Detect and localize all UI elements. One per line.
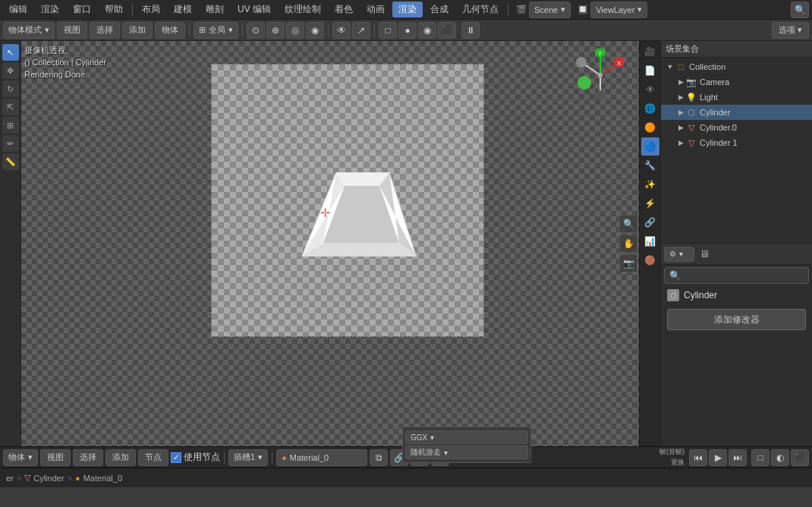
menu-help[interactable]: 帮助	[99, 2, 129, 17]
menu-uv[interactable]: UV 编辑	[231, 2, 277, 17]
select-tool[interactable]: ↖	[2, 44, 19, 61]
scale-tool[interactable]: ⇱	[2, 99, 19, 115]
material-copy-btn[interactable]: ⧉	[370, 449, 388, 466]
search-btn[interactable]: 🔍	[791, 2, 809, 18]
scene-icon: 🎬	[516, 5, 527, 14]
use-nodes-label: 使用节点	[184, 451, 220, 464]
scene-props-icon[interactable]: 🌐	[641, 99, 659, 118]
object-menu[interactable]: 物体	[155, 22, 185, 39]
menu-animation[interactable]: 动画	[360, 2, 391, 17]
tree-item-camera[interactable]: ▶ 📷 Camera	[661, 74, 812, 90]
menu-compositing[interactable]: 合成	[424, 2, 455, 17]
menu-edit[interactable]: 编辑	[3, 2, 33, 17]
light-icon: 💡	[685, 91, 697, 103]
rendered-btn[interactable]: ⬛	[438, 22, 456, 39]
measure-tool[interactable]: 📏	[2, 153, 19, 170]
bottom-view-menu[interactable]: 视图	[40, 449, 71, 466]
shading-btn1[interactable]: □	[751, 449, 770, 466]
random-walk-dropdown[interactable]: 随机游走 ▾	[405, 446, 528, 459]
wireframe-btn[interactable]: □	[379, 22, 397, 39]
props-render-icon[interactable]: 🖥	[696, 246, 713, 263]
tree-item-cylinder0[interactable]: ▶ ▽ Cylinder.0	[661, 120, 812, 135]
tree-item-cylinder1[interactable]: ▶ ▽ Cylinder 1	[661, 135, 812, 150]
world-props-icon[interactable]: 🟠	[641, 118, 659, 137]
snap-btn[interactable]: ⊕	[266, 22, 285, 39]
menu-window[interactable]: 窗口	[67, 2, 97, 17]
physics-props-icon[interactable]: ⚡	[641, 194, 659, 213]
menu-rendering[interactable]: 渲染	[392, 2, 423, 17]
menu-layout[interactable]: 布局	[136, 2, 166, 17]
play-btn[interactable]: ▶	[709, 449, 727, 466]
add-modifier-btn[interactable]: 添加修改器	[667, 309, 806, 330]
rotate-tool[interactable]: ↻	[2, 80, 19, 97]
svg-point-9	[595, 90, 606, 101]
use-nodes-toggle[interactable]: ✓ 使用节点	[171, 451, 220, 464]
constraints-props-icon[interactable]: 🔗	[641, 213, 659, 231]
use-nodes-checkbox[interactable]: ✓	[171, 452, 181, 463]
props-mode-dropdown[interactable]: ⚙ ▾	[664, 247, 694, 262]
tree-item-collection[interactable]: ▼ □ Collection	[661, 59, 812, 74]
viewlayer-selector[interactable]: ViewLayer ▾	[590, 2, 647, 18]
add-menu[interactable]: 添加	[122, 22, 153, 39]
bottom-node-menu[interactable]: 节点	[138, 449, 168, 466]
menu-texture[interactable]: 纹理绘制	[279, 2, 327, 17]
menu-render[interactable]: 渲染	[35, 2, 65, 17]
material-props-icon[interactable]: 🟤	[641, 251, 659, 269]
next-frame-btn[interactable]: ⏭	[729, 449, 747, 466]
view-menu[interactable]: 视图	[57, 22, 87, 39]
prev-frame-btn[interactable]: ⏮	[689, 449, 707, 466]
pivot-btn[interactable]: ⊙	[247, 22, 265, 39]
transform-dropdown[interactable]: ⊞ 全局 ▾	[194, 22, 238, 39]
menu-shading[interactable]: 着色	[329, 2, 359, 17]
camera-view-btn[interactable]: 📷	[619, 254, 637, 272]
collection-label: Collection	[689, 62, 725, 71]
menu-geonodes[interactable]: 几何节点	[456, 2, 505, 17]
proportional-btn[interactable]: ◎	[286, 22, 304, 39]
tree-item-cylinder[interactable]: ▶ ⬡ Cylinder	[661, 105, 812, 120]
breadcrumb-icon2: ●	[75, 474, 80, 483]
modifier-props-icon[interactable]: 🔧	[641, 156, 659, 175]
overlay-btn[interactable]: 👁	[332, 22, 351, 39]
view-props-icon[interactable]: 👁	[641, 80, 659, 99]
scene-selector[interactable]: Scene ▾	[529, 2, 571, 18]
bottom-select-menu[interactable]: 选择	[73, 449, 103, 466]
material-btn[interactable]: ◉	[418, 22, 436, 39]
material-dropdown[interactable]: ● Material_0	[276, 449, 367, 466]
tree-item-light[interactable]: ▶ 💡 Light	[661, 90, 812, 105]
svg-text:Y: Y	[598, 50, 603, 57]
pause-btn[interactable]: ⏸	[461, 22, 480, 39]
shader-dropdown[interactable]: GGX ▾	[405, 430, 528, 444]
shading-btn2[interactable]: ◐	[771, 449, 789, 466]
annotate-tool[interactable]: ✏	[2, 135, 19, 152]
bottom-add-menu[interactable]: 添加	[105, 449, 136, 466]
solid-btn[interactable]: ●	[398, 22, 417, 39]
options-btn[interactable]: 选项 ▾	[772, 22, 809, 39]
object-props-icon[interactable]: 🔵	[641, 137, 659, 156]
viewport-info-line2: () Collection | Cylinder	[24, 56, 106, 68]
slot-dropdown[interactable]: 插槽1 ▾	[228, 449, 268, 466]
object-mode-dropdown[interactable]: 物体模式 ▾	[3, 22, 55, 39]
render-props-icon[interactable]: 🎥	[641, 43, 659, 61]
toolbar-sep4	[374, 24, 375, 36]
search-input[interactable]	[684, 271, 804, 280]
zoom-in-btn[interactable]: 🔍	[619, 215, 637, 233]
object-name-row: ⬡ Cylinder	[661, 286, 812, 304]
gizmo-btn[interactable]: ↗	[352, 22, 370, 39]
bottom-mode-dropdown[interactable]: 物体 ▾	[3, 449, 38, 466]
select-menu[interactable]: 选择	[90, 22, 120, 39]
particles-props-icon[interactable]: ✨	[641, 175, 659, 194]
shading-btn3[interactable]: ⬛	[791, 449, 809, 466]
move-tool[interactable]: ✥	[2, 62, 19, 79]
search-bar[interactable]: 🔍	[664, 267, 809, 284]
material-icon: ●	[282, 453, 287, 462]
proportional2-btn[interactable]: ◉	[306, 22, 324, 39]
menu-modeling[interactable]: 建模	[168, 2, 198, 17]
nav-gizmo[interactable]: X Y	[574, 49, 627, 102]
transform-tool[interactable]: ⊞	[2, 117, 19, 134]
render-area: ✛	[211, 64, 484, 337]
output-props-icon[interactable]: 📄	[641, 61, 659, 80]
data-props-icon[interactable]: 📊	[641, 232, 659, 250]
pan-btn[interactable]: ✋	[619, 235, 637, 253]
menu-sculpt[interactable]: 雕刻	[200, 2, 230, 17]
viewport[interactable]: ✛ 摄像机透视 () Collection | Cylinder Renderi…	[21, 41, 639, 446]
